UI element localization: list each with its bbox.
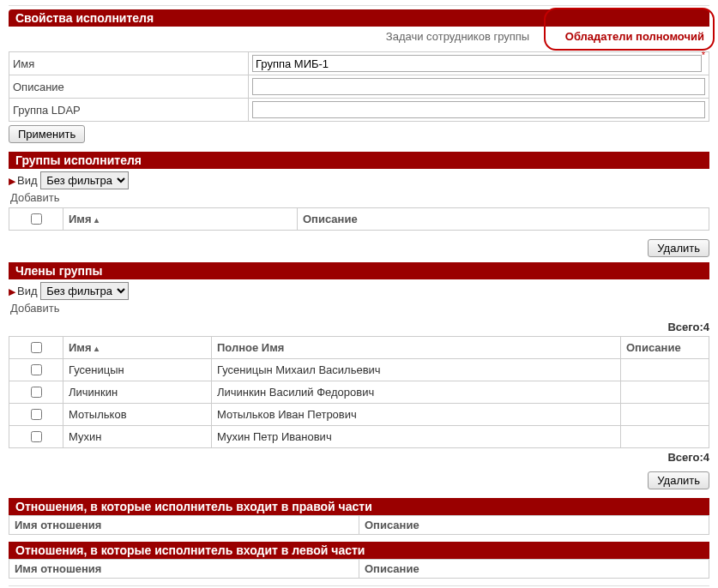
filter-select-members[interactable]: Без фильтра [40,282,129,300]
sort-asc-icon: ▴ [94,344,99,353]
col-members-fullname[interactable]: Полное Имя [212,337,621,359]
props-table: Имя * Описание Группа LDAP [9,51,709,122]
cell-name: Мотыльков [63,404,212,426]
delete-button-groups[interactable]: Удалить [648,239,709,257]
expand-toggle-icon[interactable]: ▶ [9,286,15,297]
add-link-groups[interactable]: Добавить [9,191,59,207]
col-groups-name[interactable]: Имя ▴ [63,208,298,231]
section-header-relations-right: Отношения, в которые исполнитель входит … [9,498,709,515]
table-row: МотыльковМотыльков Иван Петрович [9,404,709,426]
cell-name: Личинкин [63,381,212,404]
members-table: Имя ▴ Полное Имя Описание ГусеницынГусен… [9,336,709,448]
cell-desc [621,404,709,426]
row-checkbox[interactable] [31,364,42,375]
groups-table: Имя ▴ Описание [9,207,709,231]
col-reldesc-right[interactable]: Описание [359,516,709,535]
expand-toggle-icon[interactable]: ▶ [9,176,15,186]
cell-desc [621,426,709,448]
col-relname-right[interactable]: Имя отношения [9,516,359,535]
row-checkbox[interactable] [31,387,42,398]
table-row: ГусеницынГусеницын Михаил Васильевич [9,359,709,381]
link-permission-holders[interactable]: Обладатели полномочий [565,30,704,43]
filter-row-groups: ▶Вид Без фильтра [9,169,709,191]
cell-fullname: Личинкин Василий Федорович [212,381,621,404]
delete-button-members[interactable]: Удалить [648,471,709,489]
cell-fullname: Гусеницын Михаил Васильевич [212,359,621,381]
row-checkbox[interactable] [31,409,42,420]
label-desc: Описание [9,75,249,99]
relations-right-table: Имя отношения Описание [9,515,709,535]
filter-row-members: ▶Вид Без фильтра [9,279,709,302]
relations-left-table: Имя отношения Описание [9,559,709,579]
col-members-desc[interactable]: Описание [621,337,709,359]
section-header-executor-groups: Группы исполнителя [9,152,709,169]
col-members-name[interactable]: Имя ▴ [63,337,212,359]
filter-select-groups[interactable]: Без фильтра [40,171,129,189]
link-group-tasks[interactable]: Задачи сотрудников группы [386,30,529,43]
section-header-relations-left: Отношения, в которые исполнитель входит … [9,542,709,559]
input-name[interactable] [252,55,702,72]
cell-fullname: Мухин Петр Иванович [212,426,621,448]
sort-asc-icon: ▴ [94,215,99,225]
input-desc[interactable] [252,78,705,95]
col-relname-left[interactable]: Имя отношения [9,560,359,579]
links-row: Задачи сотрудников группы Обладатели пол… [9,27,709,51]
label-name: Имя [9,52,249,75]
select-all-members[interactable] [31,342,42,353]
section-header-members: Члены группы [9,262,709,279]
apply-button[interactable]: Применить [9,125,85,143]
filter-label-members: Вид [17,285,38,297]
cell-name: Гусеницын [63,359,212,381]
cell-desc [621,381,709,404]
col-groups-desc[interactable]: Описание [298,208,709,231]
section-header-executor-props: Свойства исполнителя [9,9,709,27]
table-row: МухинМухин Петр Иванович [9,426,709,448]
filter-label-groups: Вид [17,174,38,187]
total-bottom: Всего:4 [9,448,709,466]
input-ldap[interactable] [252,101,705,118]
col-reldesc-left[interactable]: Описание [359,560,709,579]
cell-desc [621,359,709,381]
label-ldap: Группа LDAP [9,99,249,122]
total-top: Всего:4 [9,318,709,336]
table-row: ЛичинкинЛичинкин Василий Федорович [9,381,709,404]
row-checkbox[interactable] [31,431,42,442]
select-all-groups[interactable] [31,213,42,225]
cell-name: Мухин [63,426,212,448]
cell-fullname: Мотыльков Иван Петрович [212,404,621,426]
add-link-members[interactable]: Добавить [9,302,59,318]
required-mark: * [702,50,705,60]
